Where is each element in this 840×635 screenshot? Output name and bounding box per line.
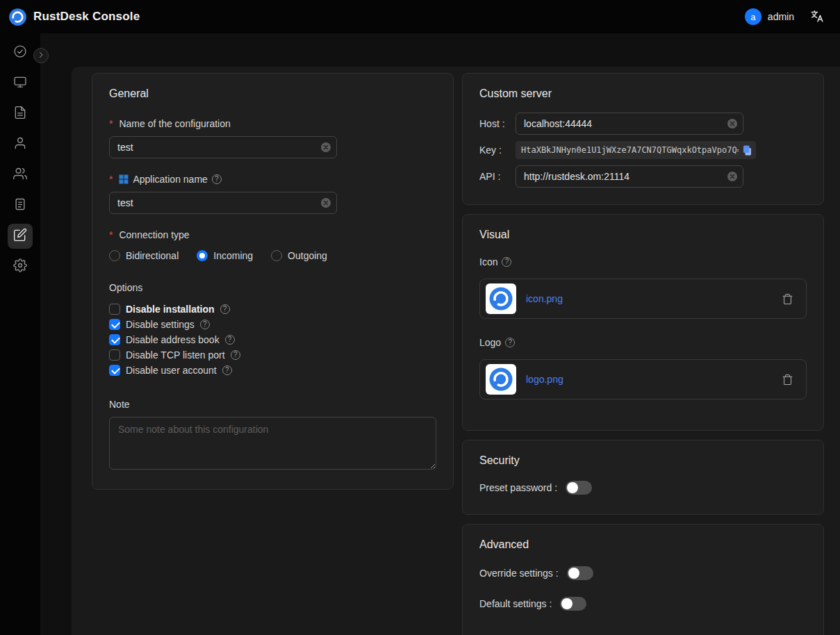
help-icon[interactable] xyxy=(222,365,232,375)
default-settings-label: Default settings : xyxy=(479,598,552,609)
username: admin xyxy=(768,11,794,22)
checkbox[interactable] xyxy=(109,319,120,330)
name-label: Name of the configuration xyxy=(109,118,436,129)
checkbox[interactable] xyxy=(109,349,120,361)
content-panel: General Name of the configuration Applic… xyxy=(72,67,840,635)
preset-password-toggle[interactable] xyxy=(566,481,592,495)
preset-password-row: Preset password : xyxy=(479,481,807,495)
app-field-wrap xyxy=(109,192,337,214)
general-card: General Name of the configuration Applic… xyxy=(92,73,454,490)
sidebar-item-users[interactable] xyxy=(8,132,33,157)
radio-outgoing[interactable]: Outgoing xyxy=(271,250,327,261)
trash-icon[interactable] xyxy=(782,293,793,305)
help-icon[interactable] xyxy=(225,335,235,345)
radio-bidirectional[interactable]: Bidirectional xyxy=(109,250,179,261)
left-column: General Name of the configuration Applic… xyxy=(92,73,454,490)
clear-input-icon[interactable] xyxy=(727,119,737,129)
options-list: Disable installation Disable settings Di… xyxy=(109,302,436,378)
copy-icon[interactable] xyxy=(741,145,753,156)
user-menu[interactable]: a admin xyxy=(745,8,794,25)
name-input[interactable] xyxy=(109,136,337,158)
translate-icon[interactable] xyxy=(809,9,825,24)
sidebar-item-overview[interactable] xyxy=(8,40,33,65)
advanced-title: Advanced xyxy=(479,538,807,551)
clear-input-icon[interactable] xyxy=(727,172,737,181)
option-disable-tcp-listen-port[interactable]: Disable TCP listen port xyxy=(109,347,436,363)
custom-server-title: Custom server xyxy=(479,88,807,100)
option-disable-user-account[interactable]: Disable user account xyxy=(109,363,436,378)
sidebar-item-devices[interactable] xyxy=(8,71,33,96)
name-field-wrap xyxy=(109,136,337,158)
radio-button[interactable] xyxy=(109,250,120,261)
options-label: Options xyxy=(109,282,436,293)
help-icon[interactable] xyxy=(231,350,240,360)
api-label: API : xyxy=(479,171,516,182)
api-field-wrap xyxy=(516,165,743,188)
note-label: Note xyxy=(109,399,436,410)
override-settings-toggle[interactable] xyxy=(567,566,593,580)
sidebar-item-settings[interactable] xyxy=(8,254,33,279)
user-icon xyxy=(13,136,27,153)
sidebar-expand-button[interactable] xyxy=(33,48,49,63)
icon-file-link[interactable]: icon.png xyxy=(526,293,563,304)
sidebar xyxy=(0,33,40,635)
help-icon[interactable] xyxy=(502,257,511,267)
sidebar-item-documents[interactable] xyxy=(8,101,33,126)
radio-button[interactable] xyxy=(197,250,208,261)
checkbox[interactable] xyxy=(109,334,120,345)
security-card: Security Preset password : xyxy=(462,440,824,515)
help-icon[interactable] xyxy=(505,338,515,347)
option-disable-installation[interactable]: Disable installation xyxy=(109,302,436,317)
help-icon[interactable] xyxy=(200,320,210,329)
main-area: General Name of the configuration Applic… xyxy=(40,33,840,635)
windows-logo-icon xyxy=(119,174,129,184)
key-value: HtaXBkJNHyn0e1U1jWXze7A7CN7QTGWqxkOtpaVp… xyxy=(521,145,739,155)
key-label: Key : xyxy=(479,145,516,156)
gear-icon xyxy=(13,258,27,275)
avatar[interactable]: a xyxy=(745,8,761,25)
clipboard-icon xyxy=(13,197,27,214)
override-settings-label: Override settings : xyxy=(479,568,559,579)
clear-input-icon[interactable] xyxy=(321,142,331,152)
connection-type-label: Connection type xyxy=(109,229,436,240)
host-input[interactable] xyxy=(516,113,743,135)
checkbox[interactable] xyxy=(109,365,120,376)
general-title: General xyxy=(109,88,436,100)
visual-card: Visual Icon icon.png xyxy=(462,214,824,431)
right-column: Custom server Host : Key : HtaXBkJNHyn0e… xyxy=(462,73,824,635)
option-disable-address-book[interactable]: Disable address book xyxy=(109,332,436,347)
logo-file-link[interactable]: logo.png xyxy=(526,374,563,385)
top-bar: RustDesk Console a admin xyxy=(0,0,840,33)
key-field: HtaXBkJNHyn0e1U1jWXze7A7CN7QTGWqxkOtpaVp… xyxy=(516,141,756,159)
check-circle-icon xyxy=(13,44,27,61)
clear-input-icon[interactable] xyxy=(321,198,331,208)
icon-preview xyxy=(486,283,516,314)
custom-server-card: Custom server Host : Key : HtaXBkJNHyn0e… xyxy=(462,73,824,205)
application-name-input[interactable] xyxy=(109,192,337,214)
advanced-card: Advanced Override settings : Default set… xyxy=(462,524,824,635)
sidebar-item-custom-clients[interactable] xyxy=(8,224,33,249)
radio-incoming[interactable]: Incoming xyxy=(197,250,253,261)
help-icon[interactable] xyxy=(212,174,222,184)
option-disable-settings[interactable]: Disable settings xyxy=(109,317,436,332)
edit-icon xyxy=(13,228,27,245)
users-group-icon xyxy=(13,167,27,183)
visual-title: Visual xyxy=(479,229,807,241)
icon-file-box: icon.png xyxy=(479,279,807,319)
logo-file-box: logo.png xyxy=(479,359,807,399)
sidebar-item-groups[interactable] xyxy=(8,163,33,188)
checkbox[interactable] xyxy=(109,304,120,315)
icon-label: Icon xyxy=(479,256,807,267)
trash-icon[interactable] xyxy=(782,374,793,386)
api-input[interactable] xyxy=(516,165,743,188)
help-icon[interactable] xyxy=(220,304,230,314)
brand: RustDesk Console xyxy=(8,8,140,26)
chevron-right-icon xyxy=(37,49,45,62)
default-settings-row: Default settings : xyxy=(479,597,807,611)
default-settings-toggle[interactable] xyxy=(560,597,586,611)
radio-button[interactable] xyxy=(271,250,282,261)
sidebar-item-audit[interactable] xyxy=(8,193,33,218)
app-name-label: Application name xyxy=(109,174,436,185)
note-textarea[interactable] xyxy=(109,417,436,470)
file-icon xyxy=(13,106,27,122)
